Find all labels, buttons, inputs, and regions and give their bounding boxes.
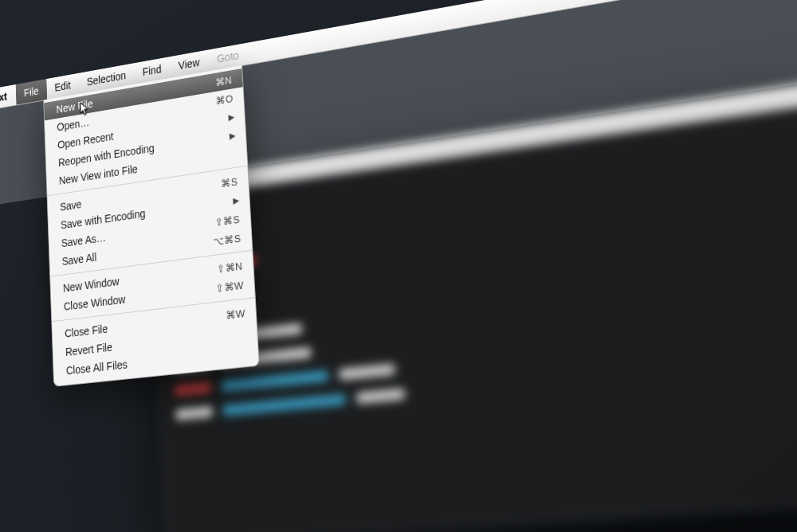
menuitem-shortcut: ⇧⌘N: [217, 260, 243, 275]
menuitem-shortcut: ⌘S: [221, 175, 238, 190]
menuitem-shortcut: ⇧⌘S: [214, 213, 240, 228]
screen-plane: Sublime Text File Edit Selection Find Vi…: [0, 0, 797, 532]
submenu-arrow-icon: ▶: [229, 130, 235, 141]
menuitem-shortcut: ⌥⌘S: [213, 232, 241, 248]
menuitem-shortcut: ⌘N: [215, 74, 233, 88]
submenu-arrow-icon: ▶: [233, 194, 239, 205]
menuitem-shortcut: ⇧⌘W: [215, 279, 244, 294]
menuitem-shortcut: ⌘O: [215, 92, 234, 107]
menuitem-label: Save: [60, 198, 82, 213]
menuitem-shortcut: ⌘W: [226, 307, 245, 321]
menuitem-label: Close Window: [64, 293, 126, 313]
submenu-arrow-icon: ▶: [228, 111, 234, 123]
menuitem-label: Close All Files: [66, 358, 128, 377]
menuitem-label: Close File: [65, 323, 108, 340]
menuitem-label: Revert File: [65, 341, 112, 358]
photo-stage: Sublime Text File Edit Selection Find Vi…: [0, 0, 797, 532]
file-dropdown-menu: New File ⌘N Open… ⌘O Open Recent ▶ Reope…: [43, 65, 260, 387]
menuitem-label: Save All: [61, 251, 96, 268]
menuitem-label: Open…: [57, 116, 89, 134]
